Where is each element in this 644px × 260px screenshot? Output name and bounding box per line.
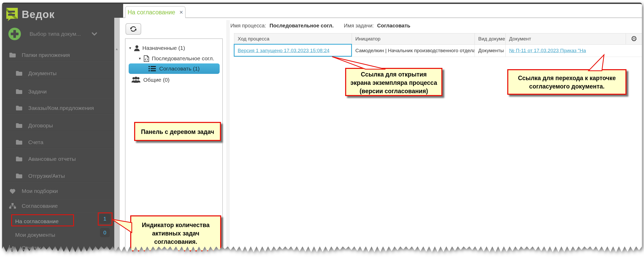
sidebar-item-label: Счета [28,139,43,145]
process-name-value: Последовательное согл. [270,23,334,29]
tree-node-label: Последовательное согл. [152,55,214,62]
column-header-document[interactable]: Документ ⚙ [506,33,642,45]
tree-node-label: Назначенные (1) [143,45,185,51]
refresh-button[interactable] [126,23,141,35]
sidebar-item-label: Мои документы [15,232,55,238]
sidebar-item-label: Задачи [28,88,47,95]
callout-line: Индикатор количества [131,221,220,229]
process-info-bar: Имя процесса: Последовательное согл. Имя… [230,23,410,29]
tab-close-icon[interactable]: × [179,9,183,16]
add-document-button[interactable] [8,27,21,40]
create-document-row: Выбор типа докум... [8,27,97,40]
document-card-link[interactable]: № П-11 от 17.03.2023 Приказ "На [509,48,586,53]
folder-icon [15,105,23,111]
task-name-label: Имя задачи: [344,23,374,29]
sitemap-icon [9,203,16,209]
arrow-to-version-link [332,57,385,69]
tree-node-process[interactable]: ▾ Последовательное согл. [139,54,214,63]
app-frame: Ведок Выбор типа докум... Папки [2,3,642,258]
splitter-line[interactable] [229,20,229,251]
arrow-to-document-link [589,55,604,71]
caret-down-icon[interactable]: ▾ [129,46,131,50]
sidebar-item-tasks[interactable]: Задачи [2,85,114,98]
document-type-label: Выбор типа докум... [30,31,81,37]
document-type-selector[interactable]: Выбор типа докум... [30,31,97,37]
folder-icon [15,89,23,94]
cell-process-progress: Версия 1 запущено 17.03.2023 15:08:24 [234,45,352,57]
sidebar-item-label: Мои подборки [22,188,58,194]
user-icon [134,45,140,51]
splitter-line[interactable] [227,20,227,251]
bar-chart-icon [9,245,16,251]
divider [6,182,114,182]
app-window: Ведок Выбор типа докум... Папки [2,3,642,258]
divider [6,148,114,148]
sidebar-item-label: Авансовые отчеты [28,156,76,162]
table-settings-button[interactable]: ⚙ [626,33,642,44]
tree-node-label: Общие (0) [143,77,170,83]
vedok-logo-icon [6,8,18,21]
folder-icon [15,71,23,76]
tree-node-common[interactable]: Общие (0) [132,75,170,84]
folder-icon [15,123,23,128]
tab-for-approval[interactable]: На согласование × [125,6,186,18]
screenshot-stage: Ведок Выбор типа докум... Папки [0,0,644,260]
caret-down-icon[interactable]: ▾ [139,56,141,61]
sidebar: Ведок Выбор типа докум... Папки [2,4,114,258]
process-version-link[interactable]: Версия 1 запущено 17.03.2023 15:08:24 [238,48,329,53]
tree-node-assigned[interactable]: ▾ Назначенные (1) [129,44,185,52]
gear-icon: ⚙ [631,34,637,43]
process-name-label: Имя процесса: [230,23,266,29]
sidebar-item-advance-reports[interactable]: Авансовые отчеты [2,152,114,166]
sidebar-scrollbar[interactable]: ▲ [114,18,120,258]
tab-label: На согласование [128,9,175,16]
sidebar-item-for-approval[interactable]: На согласование [2,215,114,228]
column-header-document-label: Документ [509,36,531,42]
sidebar-item-my-collections[interactable]: Мои подборки [2,185,114,198]
tree-node-approve-selected[interactable]: Согласовать (1) [129,63,220,74]
for-approval-count-badge: 1 [99,214,110,224]
sidebar-item-orders[interactable]: Заказы/Ком.предложения [2,102,114,115]
divider [6,114,114,114]
sidebar-item-label: Папки приложения [22,52,70,58]
sidebar-item-invoices[interactable]: Счета [2,136,114,149]
logo: Ведок [6,8,55,21]
sidebar-item-documents[interactable]: Документы [2,67,114,80]
sidebar-item-my-documents[interactable]: Мои документы [2,228,114,241]
tabbar-divider [123,17,642,18]
sidebar-item-label: На согласование [15,218,59,224]
divider [6,97,114,98]
sidebar-item-app-folders[interactable]: Папки приложения [2,49,114,62]
sidebar-item-shipments[interactable]: Отгрузки/Акты [2,169,114,182]
callout-tree-panel: Панель с деревом задач [134,122,221,141]
tree-node-label: Согласовать (1) [159,66,200,72]
column-header-doc-type[interactable]: Вид документа [475,33,506,45]
folder-icon [9,52,16,58]
sidebar-item-approval[interactable]: Согласование [2,199,114,212]
column-header-process-progress[interactable]: Ход процесса [234,33,352,45]
callout-line: согласования. [131,238,220,246]
sidebar-item-contracts[interactable]: Договоры [2,119,114,132]
cell-document: № П-11 от 17.03.2023 Приказ "На [506,45,642,57]
list-icon [149,66,156,72]
my-documents-count-badge: 0 [100,228,110,237]
callout-process-link: Ссылка для открытия экрана экземпляра пр… [345,68,442,96]
callout-line: активных задач [131,229,220,238]
folder-icon [15,140,23,145]
divider [6,61,114,61]
divider [6,165,114,166]
callout-line: экрана экземпляра процесса [346,79,441,87]
divider [6,79,114,79]
callout-line: Панель с деревом задач [135,128,220,136]
column-header-initiator[interactable]: Инициатор [352,33,475,45]
sidebar-item-label: Договоры [28,122,53,129]
callout-line: (версии согласования) [346,87,441,95]
sidebar-top-extension [114,4,123,18]
folder-icon [15,173,23,179]
scroll-up-icon[interactable]: ▲ [115,47,118,51]
chevron-down-icon [92,32,97,36]
heart-icon [9,188,16,194]
callout-line: Ссылка для открытия [346,70,441,79]
callout-line: согласуемого документа. [508,82,625,91]
sidebar-item-reports[interactable]: Отчёты [2,241,114,255]
